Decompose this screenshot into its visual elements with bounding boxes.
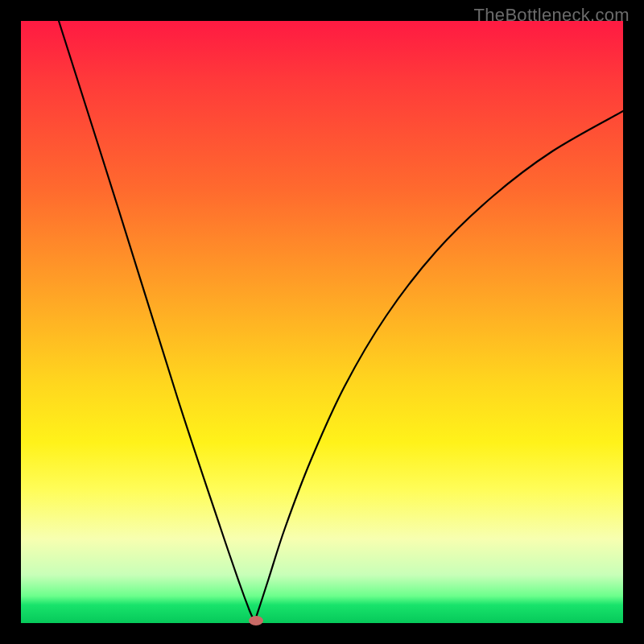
optimal-point-marker [249,616,263,625]
plot-area [21,21,623,623]
watermark-text: TheBottleneck.com [474,5,630,26]
bottleneck-curve [21,21,623,623]
